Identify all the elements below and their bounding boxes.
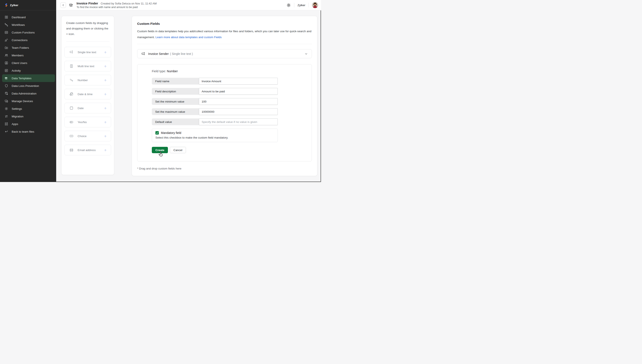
sidebar-item-data-templates[interactable]: Data Templates <box>2 74 55 82</box>
sidebar-item-label: Custom Functions <box>12 31 35 34</box>
sidebar-item-apps[interactable]: Apps <box>0 120 56 128</box>
palette-hint: Create custom fields by dragging and dro… <box>66 20 111 37</box>
migration-icon <box>5 114 8 118</box>
sidebar-item-label: Team Folders <box>12 46 29 49</box>
chevron-down-icon[interactable] <box>304 52 308 56</box>
sidebar-logo[interactable]: Zylker <box>0 0 56 10</box>
plus-icon[interactable]: + <box>104 148 107 152</box>
field-editor: Field type: Number Field nameField descr… <box>137 64 312 162</box>
sidebar-item-settings[interactable]: Settings <box>0 105 56 112</box>
data-administration-icon <box>5 92 8 95</box>
sidebar-item-label: Data Administration <box>12 92 37 95</box>
collapsed-field-row[interactable]: Invoice Sender ( Single line text ) <box>137 49 312 58</box>
field-type-email-address[interactable]: Email address+ <box>65 145 111 155</box>
single-line-text-icon <box>141 52 146 56</box>
field-type-date-time[interactable]: Date & time+ <box>65 89 111 99</box>
cancel-button[interactable]: Cancel <box>170 147 186 153</box>
single-line-text-icon <box>69 50 74 54</box>
sidebar-item-label: Members <box>12 54 24 57</box>
plus-icon[interactable]: + <box>104 50 107 54</box>
chevron-left-icon <box>62 4 65 6</box>
dashboard-icon <box>5 15 8 19</box>
multi-line-text-icon <box>69 64 74 68</box>
create-button[interactable]: Create <box>152 147 168 153</box>
sidebar-item-label: Dashboard <box>12 16 26 19</box>
sidebar-item-label: Apps <box>12 122 18 126</box>
org-name[interactable]: Zylker <box>297 4 305 7</box>
shield-icon <box>5 84 8 88</box>
svg-text:3: 3 <box>72 80 73 82</box>
avatar[interactable] <box>312 2 318 8</box>
sidebar-item-data-loss-prevention[interactable]: Data Loss Prevention <box>0 82 56 90</box>
form-row: Default value <box>152 118 312 125</box>
brand-name: Zylker <box>10 4 19 7</box>
plus-icon[interactable]: + <box>104 120 107 124</box>
sidebar-item-label: Back to team files <box>12 130 34 133</box>
divider <box>66 42 109 42</box>
plus-icon[interactable]: + <box>104 134 107 138</box>
apps-icon <box>5 122 8 126</box>
back-icon <box>5 130 8 134</box>
field-type-multi-line-text[interactable]: Multi line text+ <box>65 61 111 72</box>
field-description-input[interactable] <box>199 88 278 95</box>
divider <box>137 44 312 44</box>
field-type-yes-no[interactable]: Yes/No+ <box>65 117 111 127</box>
yes-no-icon <box>69 120 74 124</box>
plus-icon[interactable]: + <box>104 106 107 110</box>
field-type-label: Field type: <box>152 70 167 73</box>
field-type-single-line-text[interactable]: Single line text+ <box>65 47 111 58</box>
form-rows: Field nameField descriptionSet the minim… <box>137 78 312 125</box>
back-button[interactable] <box>61 2 66 8</box>
mandatory-label: Mandatory field <box>161 131 181 134</box>
sidebar-item-activity[interactable]: Activity <box>0 67 56 74</box>
field-type-line: Field type: Number <box>152 70 312 73</box>
sidebar-item-workflows[interactable]: Workflows <box>0 21 56 28</box>
sidebar-item-members[interactable]: Members <box>0 52 56 59</box>
page-meta: Created by Sofia Deluca on Nov 11, 11:42… <box>101 2 157 5</box>
title-block: Invoice Finder Created by Sofia Deluca o… <box>77 2 157 9</box>
learn-more-link[interactable]: Learn more about data templates and cust… <box>155 36 222 39</box>
sidebar-item-connections[interactable]: Connections <box>0 36 56 44</box>
connections-icon <box>5 38 8 42</box>
mandatory-help: Select this checkbox to make the custom … <box>155 136 274 139</box>
field-type-choice[interactable]: Choice+ <box>65 131 111 141</box>
sidebar-item-label: Workflows <box>12 23 25 26</box>
set-the-minimum-value-input[interactable] <box>199 98 278 105</box>
form-row: Set the maximum value <box>152 108 312 115</box>
sidebar-item-custom-functions[interactable]: Custom Functions <box>0 28 56 36</box>
sidebar-item-manage-devices[interactable]: Manage Devices <box>0 97 56 105</box>
custom-fields-title: Custom Fields <box>137 22 317 26</box>
sidebar-item-back-to-team-files[interactable]: Back to team files <box>0 128 56 136</box>
set-the-maximum-value-input[interactable] <box>199 108 278 115</box>
gear-icon[interactable] <box>286 3 291 8</box>
sidebar-item-client-users[interactable]: Client Users <box>0 59 56 67</box>
sidebar-item-label: Activity <box>12 69 21 72</box>
collapsed-field-type: ( Single line text ) <box>170 52 193 56</box>
field-name-input[interactable] <box>199 78 278 84</box>
sidebar-item-label: Connections <box>12 38 28 42</box>
mandatory-checkbox[interactable] <box>155 131 159 134</box>
field-type-number[interactable]: 123Number+ <box>65 75 111 86</box>
field-type-date[interactable]: Date+ <box>65 103 111 113</box>
client-users-icon <box>5 61 8 65</box>
sidebar-item-label: Client Users <box>12 62 27 64</box>
plus-icon[interactable]: + <box>104 78 107 82</box>
field-type-label: Multi line text <box>78 64 94 68</box>
sidebar-item-dashboard[interactable]: Dashboard <box>0 13 56 21</box>
plus-icon[interactable]: + <box>104 92 107 96</box>
data-templates-icon <box>5 76 8 80</box>
default-value-input[interactable] <box>199 118 278 125</box>
sidebar-item-label: Settings <box>12 107 22 110</box>
data-template-icon <box>69 3 74 8</box>
field-type-value: Number <box>167 70 178 73</box>
sidebar-item-team-folders[interactable]: Team Folders <box>0 44 56 52</box>
sidebar-item-migration[interactable]: Migration <box>0 112 56 120</box>
gear-icon <box>5 107 8 110</box>
plus-icon[interactable]: + <box>104 64 107 68</box>
devices-icon <box>5 99 8 103</box>
sidebar-item-label: Manage Devices <box>12 100 33 103</box>
page-title: Invoice Finder <box>77 2 98 5</box>
custom-fields-description: Custom fields in data templates help you… <box>137 28 312 40</box>
sidebar-item-data-administration[interactable]: Data Administration <box>0 90 56 97</box>
form-row: Field description <box>152 88 312 95</box>
